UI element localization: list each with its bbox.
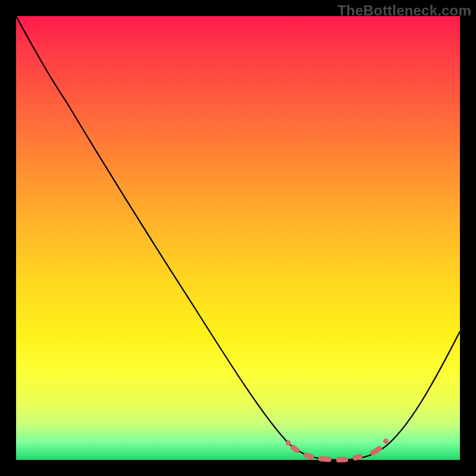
marker-dash-3: [318, 456, 332, 462]
curve-path: [16, 16, 460, 460]
watermark-text: TheBottleneck.com: [337, 2, 471, 19]
bottleneck-curve: [16, 16, 460, 460]
chart-plot-area: [16, 16, 460, 460]
marker-dash-4: [336, 456, 348, 462]
marker-dot-right: [383, 439, 389, 444]
marker-dot-left: [286, 440, 291, 446]
